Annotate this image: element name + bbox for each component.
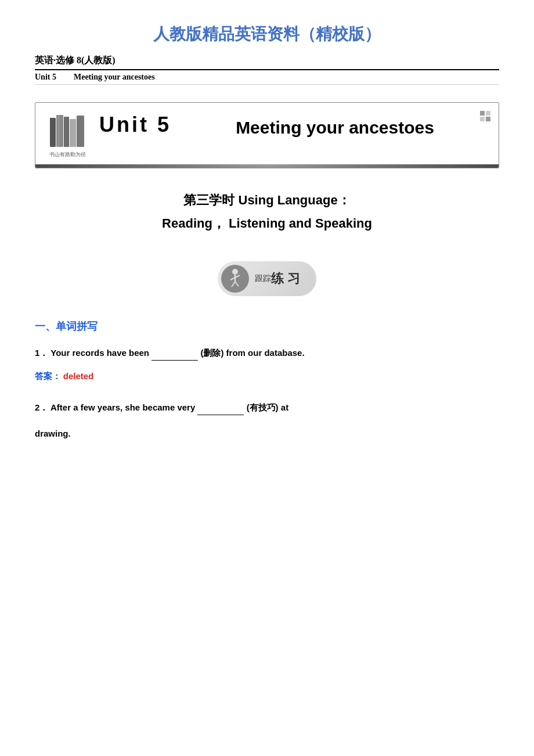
svg-rect-1 [486,111,490,116]
question2-block: 2． After a few years, she became very (有… [35,399,499,441]
svg-rect-6 [64,117,69,147]
answer1-line: 答案： deleted [35,371,499,382]
question2-suffix: at [281,402,288,412]
svg-rect-0 [480,111,485,116]
svg-rect-7 [70,119,76,147]
svg-rect-2 [480,117,485,121]
question1-suffix: from our database. [226,348,305,358]
practice-badge: 跟踪 练 习 [35,261,499,296]
svg-rect-3 [486,117,490,121]
unit-main-title: Meeting your ancestoes [183,118,487,138]
practice-label: 跟踪 [255,273,271,284]
question2-text: After a few years, she became very [50,402,195,412]
question2-blank [197,405,244,415]
book-icon-area: 书山有路勤为径 [47,112,88,159]
header-bar: Unit 5 Meeting your ancestoes [35,69,499,85]
section1-header: 一、单词拼写 [35,319,499,333]
svg-point-11 [232,269,238,275]
answer1-label: 答案： [35,371,61,381]
unit-number: Unit 5 [99,112,171,137]
unit-box-inner: 书山有路勤为径 Unit 5 Meeting your ancestoes [47,112,487,164]
practice-bold: 练 习 [271,270,300,287]
page-subtitle: 英语·选修 8(人教版) [35,55,499,67]
practice-badge-inner: 跟踪 练 习 [218,261,316,296]
question1-blank [151,350,198,361]
lesson-title-line2: Reading， Listening and Speaking [35,215,499,232]
lesson-title-line1: 第三学时 Using Language： [35,192,499,209]
question2: 2． After a few years, she became very (有… [35,399,499,415]
question1-label: 1． [35,348,48,358]
header-unit: Unit 5 [35,73,56,82]
books-icon [47,112,88,150]
page-main-title: 人教版精品英语资料（精校版） [35,23,499,45]
question2-hint: (有技巧) [247,402,279,412]
book-caption: 书山有路勤为径 [49,151,86,159]
question1-hint: (删除) [200,348,223,358]
svg-line-15 [232,282,235,287]
question1-block: 1． Your records have been (删除) from our … [35,345,499,382]
unit-bottom-bar [35,164,499,168]
lesson-section: 第三学时 Using Language： Reading， Listening … [35,192,499,232]
svg-rect-5 [56,115,63,147]
answer1-value: deleted [63,371,94,381]
svg-line-16 [235,282,239,286]
question2-continuation: drawing. [35,426,499,441]
question2-label: 2． [35,402,48,412]
question1: 1． Your records have been (删除) from our … [35,345,499,361]
svg-rect-4 [50,118,56,147]
svg-rect-8 [77,116,84,147]
corner-decoration-icon [479,110,492,123]
question2-cont-text: drawing. [35,429,71,438]
unit-box: 书山有路勤为径 Unit 5 Meeting your ancestoes [35,102,499,168]
question1-text: Your records have been [50,348,149,358]
header-lesson-title: Meeting your ancestoes [74,73,155,82]
runner-icon [221,265,249,293]
